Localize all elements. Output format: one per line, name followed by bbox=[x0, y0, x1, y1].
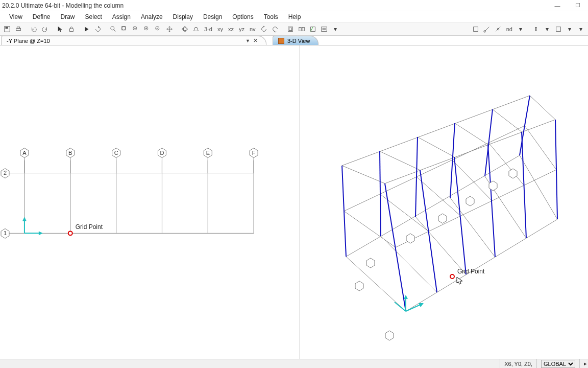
svg-marker-58 bbox=[22, 217, 27, 221]
pointer-icon[interactable] bbox=[55, 24, 65, 34]
svg-line-62 bbox=[420, 170, 437, 292]
selected-grid-point[interactable] bbox=[68, 231, 72, 235]
zoom-out-icon[interactable] bbox=[153, 24, 163, 34]
svg-marker-73 bbox=[366, 258, 375, 268]
named-view-icon[interactable] bbox=[319, 24, 329, 34]
redo-icon[interactable] bbox=[40, 24, 50, 34]
cube-icon bbox=[278, 38, 284, 44]
menu-display[interactable]: Display bbox=[168, 12, 198, 21]
svg-text:C: C bbox=[114, 150, 118, 156]
zoom-full-icon[interactable] bbox=[119, 24, 130, 34]
title-bar: 20.2.0 Ultimate 64-bit - Modelling the c… bbox=[0, 0, 588, 11]
svg-rect-1 bbox=[6, 27, 8, 29]
text-dropdown-icon[interactable]: ▾ bbox=[542, 24, 552, 34]
view-nv-label[interactable]: nv bbox=[248, 26, 258, 32]
menu-help[interactable]: Help bbox=[283, 12, 306, 21]
menu-define[interactable]: Define bbox=[28, 12, 56, 21]
svg-rect-15 bbox=[289, 28, 291, 30]
set-elements-icon[interactable] bbox=[297, 24, 307, 34]
selected-grid-point-3d[interactable] bbox=[450, 274, 454, 279]
grid-bubble-c: C bbox=[112, 148, 120, 173]
refresh-icon[interactable] bbox=[93, 24, 103, 34]
svg-line-66 bbox=[488, 145, 495, 257]
grid-bubble-f: F bbox=[250, 148, 258, 173]
3d-view-pane[interactable]: Grid Point bbox=[300, 45, 588, 359]
svg-marker-79 bbox=[385, 331, 394, 340]
undo-icon[interactable] bbox=[29, 24, 39, 34]
snap-end-icon[interactable] bbox=[482, 24, 492, 34]
svg-marker-72 bbox=[355, 281, 363, 291]
svg-point-12 bbox=[182, 28, 188, 30]
svg-text:2: 2 bbox=[4, 170, 7, 176]
grid-bubble-1: 1 bbox=[1, 228, 24, 238]
menu-view[interactable]: View bbox=[4, 12, 28, 21]
menu-analyze[interactable]: Analyze bbox=[136, 12, 168, 21]
tab-3d-label: 3-D View bbox=[287, 38, 310, 44]
svg-rect-20 bbox=[473, 27, 478, 32]
perspective-icon[interactable] bbox=[191, 24, 201, 34]
svg-rect-23 bbox=[556, 27, 561, 32]
svg-rect-19 bbox=[321, 27, 327, 32]
svg-text:1: 1 bbox=[4, 230, 7, 236]
plan-view-canvas[interactable]: A B C D E bbox=[0, 45, 300, 359]
snap-dropdown-icon[interactable]: ▾ bbox=[516, 24, 526, 34]
menu-assign[interactable]: Assign bbox=[107, 12, 136, 21]
up-one-icon[interactable] bbox=[259, 24, 269, 34]
status-coord-sys[interactable]: GLOBAL bbox=[536, 359, 579, 368]
pan-icon[interactable] bbox=[164, 24, 175, 34]
snap-icon[interactable] bbox=[471, 24, 481, 34]
svg-point-13 bbox=[183, 27, 186, 32]
menu-tools[interactable]: Tools bbox=[259, 12, 283, 21]
grid-bubble-a: A bbox=[20, 148, 29, 173]
tab-plan-view[interactable]: -Y Plane @ Z=10 ▼ ✕ bbox=[1, 36, 266, 45]
menu-options[interactable]: Options bbox=[227, 12, 258, 21]
units-dropdown-icon[interactable]: ▾ bbox=[565, 24, 575, 34]
zoom-rubber-icon[interactable] bbox=[108, 24, 118, 34]
svg-text:B: B bbox=[68, 150, 72, 156]
view-3d-label[interactable]: 3-d bbox=[202, 26, 214, 32]
more2-dropdown-icon[interactable]: ▾ bbox=[576, 24, 586, 34]
tab-plan-label: -Y Plane @ Z=10 bbox=[7, 38, 50, 44]
plan-view-pane[interactable]: A B C D E bbox=[0, 45, 300, 359]
view-yz-label[interactable]: yz bbox=[237, 26, 247, 32]
text-size-icon[interactable]: I bbox=[531, 24, 541, 34]
svg-line-60 bbox=[385, 183, 406, 311]
menu-select[interactable]: Select bbox=[80, 12, 107, 21]
status-units[interactable]: ▸ bbox=[579, 359, 588, 368]
app-title: 20.2.0 Ultimate 64-bit - Modelling the c… bbox=[2, 2, 124, 9]
units-icon[interactable] bbox=[553, 24, 564, 34]
svg-line-64 bbox=[454, 157, 466, 274]
view-xy-label[interactable]: xy bbox=[215, 26, 225, 32]
chevron-down-icon[interactable]: ▼ bbox=[246, 38, 250, 43]
snap-nd-label[interactable]: nd bbox=[504, 26, 514, 32]
maximize-button[interactable]: ☐ bbox=[568, 0, 588, 11]
menu-draw[interactable]: Draw bbox=[55, 12, 80, 21]
print-icon[interactable] bbox=[13, 24, 23, 34]
minimize-button[interactable]: — bbox=[547, 0, 568, 11]
status-coords: X6, Y0, Z0, bbox=[500, 359, 536, 368]
grid-bubble-2: 2 bbox=[1, 169, 24, 178]
coord-sys-select[interactable]: GLOBAL bbox=[541, 360, 575, 368]
svg-marker-78 bbox=[509, 169, 517, 178]
menu-design[interactable]: Design bbox=[198, 12, 227, 21]
tab-3d-view[interactable]: 3-D View bbox=[273, 36, 318, 45]
down-one-icon[interactable] bbox=[270, 24, 280, 34]
run-analysis-icon[interactable] bbox=[82, 24, 92, 34]
more-dropdown-icon[interactable]: ▾ bbox=[330, 24, 340, 34]
view-xz-label[interactable]: xz bbox=[226, 26, 236, 32]
svg-line-65 bbox=[415, 137, 418, 217]
rotate-3d-icon[interactable] bbox=[180, 24, 190, 34]
svg-rect-16 bbox=[299, 28, 301, 31]
3d-view-canvas[interactable]: Grid Point bbox=[300, 45, 588, 359]
zoom-in-icon[interactable] bbox=[142, 24, 152, 34]
grid-bubble-e: E bbox=[204, 148, 212, 173]
save-icon[interactable] bbox=[2, 24, 12, 34]
snap-mid-icon[interactable] bbox=[493, 24, 503, 34]
lock-icon[interactable] bbox=[66, 24, 77, 34]
zoom-prev-icon[interactable] bbox=[131, 24, 141, 34]
show-undeformed-icon[interactable] bbox=[308, 24, 318, 34]
object-shrink-icon[interactable] bbox=[285, 24, 296, 34]
svg-rect-4 bbox=[70, 29, 74, 31]
svg-marker-76 bbox=[466, 196, 474, 206]
close-icon[interactable]: ✕ bbox=[253, 37, 258, 44]
